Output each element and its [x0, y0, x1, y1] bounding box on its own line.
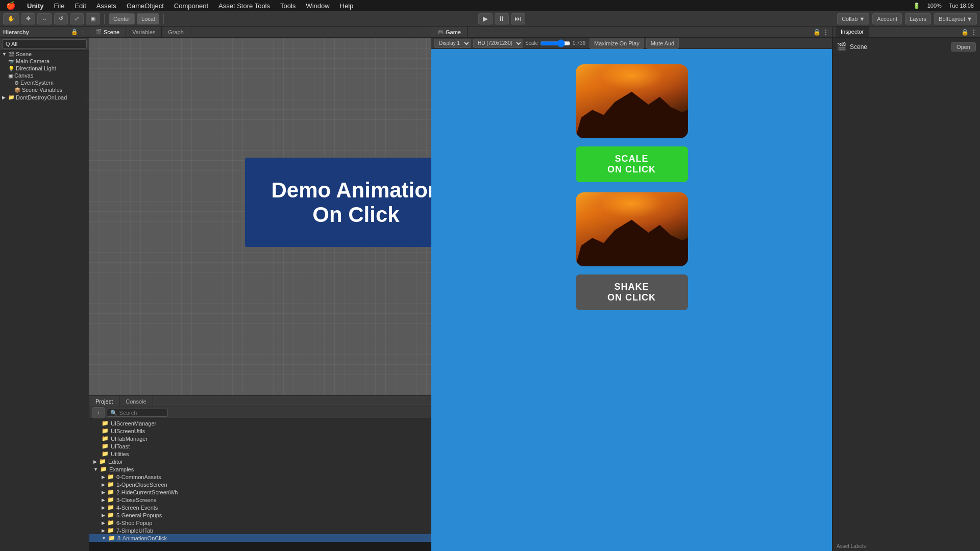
- tab-scene[interactable]: 🎬 Scene: [89, 27, 126, 37]
- folder-icon: 📁: [102, 450, 109, 457]
- game-panel-controls: 🔒 ⋮: [810, 29, 832, 36]
- move-tool-btn[interactable]: ✥: [21, 13, 35, 24]
- shake-card-image: [576, 192, 688, 266]
- inspector-panel-header: Inspector 🔒 ⋮: [832, 27, 980, 38]
- menu-window[interactable]: Window: [301, 0, 334, 11]
- inspector-scene-row: 🎬 Scene Open: [837, 42, 976, 52]
- menu-tools[interactable]: Tools: [275, 0, 301, 11]
- step-btn[interactable]: ⏭: [511, 13, 525, 24]
- tree-item-directional-light[interactable]: 💡 Directional Light: [0, 65, 89, 72]
- game-menu-icon[interactable]: ⋮: [823, 29, 829, 36]
- scale-on-click-btn[interactable]: SCALE ON CLICK: [576, 146, 688, 182]
- hierarchy-title: Hierarchy: [3, 29, 29, 35]
- maximize-on-play-btn[interactable]: Maximize On Play: [590, 38, 644, 49]
- inspector-icons: 🔒 ⋮: [961, 29, 977, 36]
- folder-icon: 📁: [102, 443, 109, 449]
- menu-edit[interactable]: Edit: [69, 0, 91, 11]
- hierarchy-header: Hierarchy 🔒 ⋮: [0, 27, 89, 38]
- tree-item-main-camera[interactable]: 📷 Main Camera: [0, 58, 89, 65]
- center-btn[interactable]: Center: [109, 13, 135, 24]
- scale-slider[interactable]: [540, 40, 571, 47]
- game-lock-icon[interactable]: 🔒: [813, 29, 821, 36]
- shake-on-click-btn[interactable]: SHAKE ON CLICK: [576, 274, 688, 310]
- menu-unity[interactable]: Unity: [22, 0, 49, 11]
- tab-console[interactable]: Console: [119, 396, 153, 407]
- tree-item-dontdestroyonload[interactable]: ▶📁 DontDestroyOnLoad ⋮: [0, 93, 89, 101]
- tab-variables[interactable]: Variables: [126, 27, 162, 37]
- main-layout: Hierarchy 🔒 ⋮ ▼🎬 Scene 📷 Main Camera 💡 D…: [0, 27, 980, 551]
- folder-icon: 📁: [107, 489, 114, 495]
- tree-item-scene[interactable]: ▼🎬 Scene: [0, 51, 89, 58]
- folder-icon: 📁: [107, 481, 114, 488]
- game-content: SCALE ON CLICK SHAKE ON CLICK: [431, 49, 832, 551]
- collab-btn[interactable]: Collab ▼: [837, 13, 869, 24]
- project-search-input[interactable]: [107, 409, 168, 417]
- rotate-tool-btn[interactable]: ↔: [37, 13, 52, 24]
- display-select[interactable]: Display 1: [434, 39, 471, 48]
- tab-project[interactable]: Project: [89, 396, 119, 407]
- folder-icon: 📁: [102, 435, 109, 442]
- hierarchy-search-bar: [0, 38, 89, 51]
- menu-gameobject[interactable]: GameObject: [121, 0, 169, 11]
- hierarchy-panel: Hierarchy 🔒 ⋮ ▼🎬 Scene 📷 Main Camera 💡 D…: [0, 27, 89, 551]
- dontdestroy-menu[interactable]: ⋮: [83, 94, 89, 101]
- folder-icon: 📁: [99, 458, 106, 465]
- scale-tool-btn[interactable]: ↺: [54, 13, 68, 24]
- tab-game[interactable]: 🎮 Game: [431, 27, 468, 37]
- folder-icon: 📁: [107, 504, 114, 511]
- hierarchy-menu-icon[interactable]: ⋮: [80, 29, 86, 35]
- scene-icon: 🎬: [837, 42, 847, 52]
- tab-graph[interactable]: Graph: [162, 27, 190, 37]
- inspector-content: 🎬 Scene Open: [832, 38, 980, 541]
- local-btn[interactable]: Local: [137, 13, 159, 24]
- layout-btn[interactable]: BoltLayout ▼: [934, 13, 977, 24]
- folder-icon: 📁: [107, 496, 114, 503]
- account-btn[interactable]: Account: [872, 13, 902, 24]
- folder-icon: 📁: [107, 527, 114, 534]
- open-scene-btn[interactable]: Open: [951, 42, 976, 52]
- shake-card: SHAKE ON CLICK: [431, 192, 832, 310]
- scale-card-image: [576, 64, 688, 138]
- menubar-right: 🔋 100% Tue 18:08: [911, 3, 980, 9]
- pause-btn[interactable]: ⏸: [495, 13, 509, 24]
- folder-icon: 📁: [102, 420, 109, 427]
- resolution-select[interactable]: HD (720x1280): [473, 39, 523, 48]
- hand-tool-btn[interactable]: ✋: [3, 13, 19, 24]
- tree-item-eventsystem[interactable]: ⚙ EventSystem: [0, 79, 89, 86]
- tree-item-canvas[interactable]: ▣ Canvas: [0, 72, 89, 79]
- asset-labels-text: Asset Labels: [837, 543, 866, 549]
- menu-assets[interactable]: Assets: [91, 0, 121, 11]
- game-tabs: 🎮 Game 🔒 ⋮: [431, 27, 832, 38]
- layers-btn[interactable]: Layers: [905, 13, 931, 24]
- mute-audio-btn[interactable]: Mute Aud: [646, 38, 679, 49]
- menu-assetstoretools[interactable]: Asset Store Tools: [213, 0, 275, 11]
- battery-percent: 100%: [925, 3, 944, 9]
- game-tab-icon: 🎮: [437, 29, 444, 35]
- apple-icon[interactable]: 🍎: [0, 1, 22, 10]
- rect-tool-btn[interactable]: ⤢: [70, 13, 84, 24]
- tree-item-scene-variables[interactable]: 📦 Scene Variables: [0, 86, 89, 93]
- asset-labels-bar: Asset Labels: [832, 541, 980, 551]
- toolbar-right: Collab ▼ Account Layers BoltLayout ▼: [837, 13, 977, 24]
- transform-tool-btn[interactable]: ▣: [86, 13, 100, 24]
- inspector-menu-icon[interactable]: ⋮: [971, 29, 977, 36]
- game-panel-container: 🎮 Game 🔒 ⋮ Display 1 HD (720x1280) Scale…: [431, 27, 832, 551]
- battery-icon: 🔋: [911, 3, 922, 9]
- toolbar: ✋ ✥ ↔ ↺ ⤢ ▣ Center Local ▶ ⏸ ⏭ Collab ▼ …: [0, 11, 980, 27]
- folder-icon: 📁: [102, 428, 109, 434]
- demo-card-line2: On Click: [312, 203, 399, 227]
- folder-icon: 📁: [108, 535, 115, 541]
- menu-component[interactable]: Component: [169, 0, 213, 11]
- tab-inspector[interactable]: Inspector: [836, 27, 869, 37]
- inspector-scene-label: Scene: [850, 43, 867, 51]
- folder-icon: 📁: [107, 512, 114, 518]
- add-btn[interactable]: +: [92, 407, 105, 418]
- scale-card: SCALE ON CLICK: [431, 64, 832, 182]
- menu-help[interactable]: Help: [335, 0, 359, 11]
- inspector-lock-icon[interactable]: 🔒: [961, 29, 969, 36]
- menu-file[interactable]: File: [49, 0, 70, 11]
- hierarchy-lock-icon[interactable]: 🔒: [71, 29, 78, 35]
- play-btn[interactable]: ▶: [478, 13, 493, 24]
- hierarchy-icons: 🔒 ⋮: [71, 29, 86, 35]
- hierarchy-search-input[interactable]: [2, 39, 87, 48]
